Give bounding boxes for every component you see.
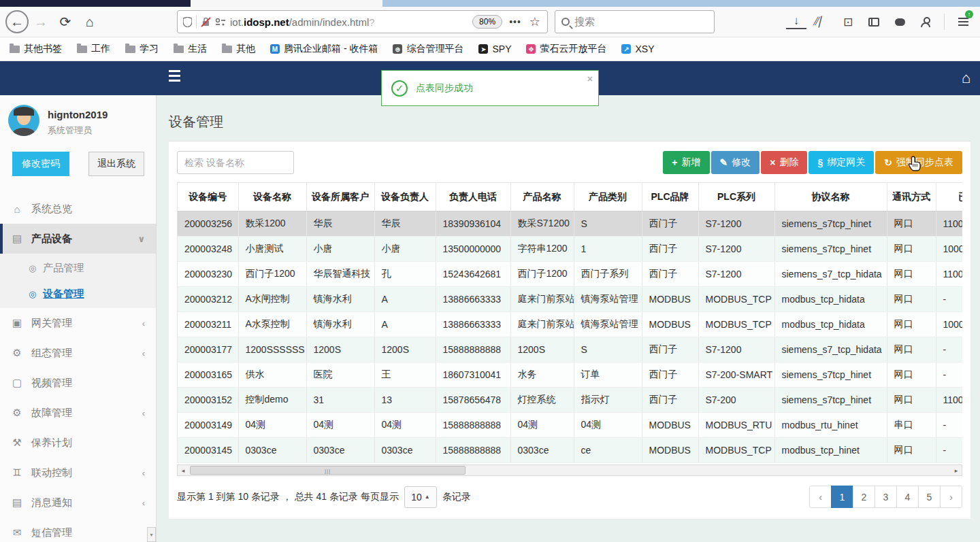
修改-button[interactable]: ✎修改 [711, 151, 760, 174]
sidebar-item-消息通知[interactable]: ▤消息通知‹ [0, 488, 156, 518]
table-cell: 200003212 [178, 287, 238, 312]
url-text[interactable]: iot.idosp.net/admin/index.html? [230, 16, 468, 28]
table-row[interactable]: 200003248小唐测试小唐小唐13500000000字符串12001西门子S… [178, 237, 962, 262]
table-cell: 18390936104 [436, 211, 510, 237]
app-home-icon[interactable]: ⌂ [962, 69, 970, 87]
bookmark-item[interactable]: ⊕综合管理平台 [393, 43, 463, 55]
bookmark-item[interactable]: 其他书签 [10, 43, 62, 55]
table-row[interactable]: 20000314904测04测04测1588888888804测04测MODBU… [178, 413, 962, 438]
column-header[interactable]: PLC品牌 [642, 183, 698, 211]
sidebar-item-故障管理[interactable]: ⚙故障管理‹ [0, 398, 156, 428]
bookmark-item[interactable]: 工作 [77, 43, 110, 55]
删除-button[interactable]: ×删除 [761, 151, 807, 174]
lock-disabled-icon[interactable] [201, 17, 211, 27]
bookmark-item[interactable]: 生活 [174, 43, 207, 55]
device-search-input[interactable] [177, 151, 294, 174]
column-header[interactable]: 设备负责人 [374, 183, 436, 211]
bookmark-item[interactable]: 学习 [125, 43, 159, 55]
column-header[interactable]: 设备所属客户 [306, 183, 374, 211]
logout-button[interactable]: 退出系统 [88, 152, 144, 176]
sidebar-item-网关管理[interactable]: ▣网关管理‹ [0, 308, 156, 338]
zoom-badge[interactable]: 80% [472, 15, 502, 29]
page-button-4[interactable]: 4 [896, 486, 919, 508]
table-row[interactable]: 200003256数采1200华辰华辰18390936104数采S71200S西… [178, 211, 962, 237]
column-header[interactable]: 已绑定网关 [936, 183, 962, 211]
sidebar-item-视频管理[interactable]: ▢视频管理 [0, 368, 156, 398]
table-row[interactable]: 200003152控制demo311315878656478灯控系统指示灯西门子… [178, 388, 962, 413]
column-header[interactable]: 产品类别 [574, 183, 642, 211]
column-header[interactable]: 通讯方式 [887, 183, 936, 211]
page-actions-icon[interactable]: ••• [506, 16, 524, 27]
table-row[interactable]: 200003165供水医院王18607310041水务订单西门子S7-200-S… [178, 362, 962, 388]
account-icon[interactable] [915, 12, 936, 32]
table-row[interactable]: 2000031450303ce0303ce0303ce1588888888803… [178, 438, 962, 463]
column-header[interactable]: 设备名称 [238, 183, 306, 211]
permissions-icon[interactable] [215, 18, 226, 26]
bookmark-item[interactable]: 其他 [222, 43, 255, 55]
shield-icon[interactable] [183, 17, 192, 27]
avatar [8, 105, 39, 136]
scroll-left-icon[interactable]: ◂ [178, 467, 189, 474]
prev-page-button[interactable]: ‹ [809, 486, 832, 508]
table-row[interactable]: 2000031771200SSSSSS1200S1200S15888888888… [178, 337, 962, 362]
page-size-select[interactable]: 10 ▲ [404, 486, 437, 508]
sidebar-item-组态管理[interactable]: ⚙组态管理‹ [0, 338, 156, 368]
url-bar[interactable]: iot.idosp.net/admin/index.html? 80% ••• … [177, 10, 548, 33]
bookmark-item[interactable]: ↗XSY [621, 44, 654, 54]
linkage-icon: ♊ [11, 467, 23, 479]
page-button-2[interactable]: 2 [853, 486, 875, 508]
bookmark-item[interactable]: M腾讯企业邮箱 - 收件箱 [270, 43, 378, 55]
toast-close-icon[interactable]: × [587, 73, 593, 84]
sidebar-scrollbar[interactable]: ▾ [147, 527, 156, 542]
table-row[interactable]: 200003211A水泵控制镇海水利A13886663333庭来门前泵站镇海泵站… [178, 312, 962, 337]
sidebar-item-短信管理[interactable]: ✉短信管理 [0, 518, 156, 542]
horizontal-scrollbar[interactable]: ◂ ||| ▸ [177, 464, 962, 476]
menu-icon[interactable]: ↑ [953, 12, 973, 32]
column-header[interactable]: 设备编号 [178, 183, 238, 211]
bookmark-star-icon[interactable]: ☆ [528, 14, 542, 29]
browser-search-box[interactable]: 搜索 [555, 10, 715, 33]
column-header[interactable]: 产品名称 [510, 183, 574, 211]
page-button-1[interactable]: 1 [831, 486, 853, 508]
next-page-button[interactable]: › [940, 486, 962, 508]
bookmark-item[interactable]: ➤SPY [478, 44, 511, 54]
back-icon[interactable]: ← [5, 10, 29, 33]
sidebar-item-保养计划[interactable]: ⚒保养计划 [0, 428, 156, 458]
sidebar-collapse-icon[interactable] [169, 70, 180, 82]
table-cell: 0303ce [510, 438, 574, 463]
scroll-right-icon[interactable]: ▸ [951, 467, 962, 474]
table-cell: S [574, 337, 642, 362]
column-header[interactable]: 协议名称 [774, 183, 887, 211]
submenu-item-产品管理[interactable]: ◎产品管理 [0, 255, 156, 281]
绑定网关-button[interactable]: §绑定网关 [808, 151, 874, 174]
sidebar-item-产品设备[interactable]: ▤产品设备∨ [0, 224, 156, 254]
downloads-icon[interactable]: ↓ [786, 14, 806, 29]
button-label: 强制同步点表 [896, 156, 953, 169]
scrollbar-thumb[interactable]: ||| [190, 466, 466, 475]
library-icon[interactable]: ⫽⎸ [812, 12, 832, 32]
table-cell: 网口 [887, 388, 936, 413]
sidebar-toggle-icon[interactable] [864, 12, 884, 32]
user-name: hignton2019 [48, 109, 108, 120]
table-row[interactable]: 200003212A水闸控制镇海水利A13886663333庭来门前泵站镇海泵站… [178, 287, 962, 312]
page-button-3[interactable]: 3 [875, 486, 897, 508]
forward-icon[interactable]: → [29, 10, 53, 34]
page-button-5[interactable]: 5 [918, 486, 941, 508]
table-row[interactable]: 200003230西门子1200华辰智通科技孔15243642681西门子120… [178, 262, 962, 287]
home-icon[interactable]: ⌂ [78, 10, 102, 34]
screenshot-icon[interactable]: ⊡ [838, 12, 858, 32]
sidebar-item-系统总览[interactable]: ⌂系统总览 [0, 194, 156, 224]
新增-button[interactable]: +新增 [663, 151, 709, 174]
column-header[interactable]: 负责人电话 [436, 183, 510, 211]
table-cell: 200003248 [178, 237, 238, 262]
reload-icon[interactable]: ⟳ [53, 10, 78, 34]
sidebar-item-联动控制[interactable]: ♊联动控制‹ [0, 458, 156, 488]
table-cell: siemens_s7_tcp_hidata [774, 337, 887, 362]
table-cell: 网口 [887, 438, 936, 463]
change-password-button[interactable]: 修改密码 [12, 152, 69, 176]
column-header[interactable]: PLC系列 [698, 183, 774, 211]
submenu: ◎产品管理◎设备管理 [0, 254, 156, 308]
bookmark-item[interactable]: ❖萤石云开放平台 [526, 43, 606, 55]
submenu-item-设备管理[interactable]: ◎设备管理 [0, 281, 156, 307]
pocket-icon[interactable] [889, 12, 910, 32]
